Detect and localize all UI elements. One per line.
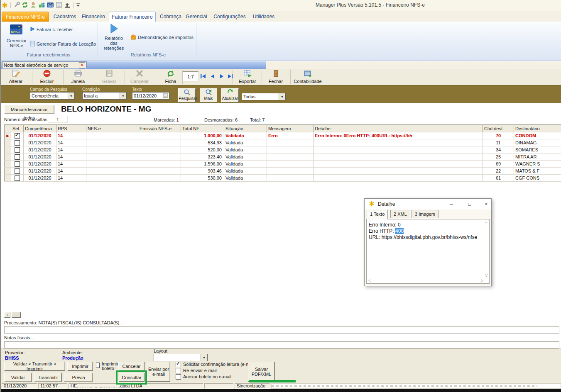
checkbox-icon[interactable] [176, 362, 181, 367]
row-checkbox[interactable] [15, 161, 20, 167]
column-header[interactable]: Sel. [11, 125, 24, 132]
row-checkbox[interactable] [15, 175, 20, 181]
tab-financeiro-nfse[interactable]: Financeiro NFS-e [2, 12, 49, 22]
cancelar-button[interactable]: Cancelar [127, 70, 152, 84]
row-checkbox[interactable] [15, 168, 20, 174]
calculator-icon[interactable] [56, 2, 62, 9]
column-header[interactable]: Emissão NFS-e [138, 125, 181, 132]
tab-xml[interactable]: 2 XML [390, 210, 410, 218]
pesquisar-button[interactable]: Pesquisar [178, 88, 196, 102]
reenviar-checkbox[interactable]: Re-enviar e-mail [176, 368, 217, 373]
salvar-pdf-xml-button[interactable]: Salvar PDF/XML [248, 362, 275, 382]
table-row[interactable]: 01/12/202014903,46Validada22MATOS & F [5, 168, 561, 175]
column-header[interactable]: Destinatário [514, 125, 561, 132]
validar-button[interactable]: Validar [4, 373, 32, 382]
numero-consultas-input[interactable]: 1 [48, 116, 68, 123]
table-row[interactable]: 01/12/202014520,00Validada34SOMARES [5, 146, 561, 153]
mais-button[interactable]: Mais [200, 88, 217, 102]
transmitir-button[interactable]: Transmitir [34, 373, 62, 382]
table-row[interactable]: 01/12/202014530,00Validada61CGF CONS [5, 175, 561, 182]
table-row[interactable]: 01/12/202014534,93Validada11DINAMAG [5, 139, 561, 146]
column-header[interactable]: Total NF [181, 125, 224, 132]
tab-financeiro[interactable]: Financeiro [81, 12, 106, 22]
tab-faturar-financeiro[interactable]: Faturar Financeiro [109, 12, 156, 22]
table-row[interactable]: 01/12/202014323,40Validada25MITRA AR [5, 153, 561, 161]
demonstracao-impostos-button[interactable]: Demonstração de impostos [130, 34, 194, 41]
chevron-down-icon[interactable]: ▼ [68, 93, 74, 99]
checkbox-icon[interactable] [176, 374, 181, 380]
filtro-select[interactable]: Todas ▼ [242, 93, 286, 100]
chevron-down-icon[interactable]: ▼ [279, 93, 285, 100]
document-tab[interactable]: Nota fiscal eletrônica de serviço × [2, 61, 87, 68]
enviar-email-button[interactable]: Enviar por e-mail [147, 362, 170, 382]
scrollbar-thumb[interactable] [12, 312, 21, 318]
gerenciar-nfse-button[interactable]: NFS-e Gerenciar NFS-e [5, 23, 28, 48]
excluir-button[interactable]: Excluir [34, 70, 60, 84]
tab-utilidades[interactable]: Utilidades [251, 12, 277, 22]
tab-configuracoes[interactable]: Configurações [213, 12, 247, 22]
scroll-left-arrow[interactable]: ‹ [4, 312, 10, 318]
minimize-button[interactable]: – [448, 200, 455, 208]
row-checkbox[interactable] [15, 140, 20, 146]
calendar-icon[interactable]: 15 [163, 93, 168, 99]
refresh-icon[interactable] [22, 2, 28, 9]
first-record-button[interactable] [200, 73, 207, 79]
column-header[interactable]: Competência [24, 125, 56, 132]
previous-record-button[interactable] [209, 73, 216, 79]
row-checkbox[interactable] [15, 147, 20, 153]
condicao-select[interactable]: Igual a ▼ [82, 92, 127, 100]
campo-pesquisa-select[interactable]: Competência ▼ [30, 92, 75, 100]
column-header[interactable]: RPS [56, 125, 86, 132]
ficha-button[interactable]: Ficha [158, 70, 184, 84]
confirmacao-checkbox[interactable]: Solicitar confirmação leitura (e-mail) [176, 362, 256, 367]
table-row[interactable]: 01/12/2020141.596,00Validada69WAGNER S [5, 161, 561, 168]
consultar-button[interactable]: Consultar [119, 373, 145, 382]
validar-transmitir-imprimir-button[interactable]: Validar > Transmitir > Imprimir [4, 362, 65, 371]
fechar-button[interactable]: Fechar [264, 70, 288, 84]
marcar-desmarcar-button[interactable]: Marcar/desmarcar todos [4, 105, 54, 114]
next-record-button[interactable] [218, 73, 225, 79]
nfse-icon[interactable]: NFS [47, 2, 54, 9]
atualizar-button[interactable]: Atualizar [221, 88, 239, 102]
tab-gerencial[interactable]: Gerencial [185, 12, 208, 22]
tab-imagem[interactable]: 3 Imagem [412, 210, 439, 218]
exportar-button[interactable]: Exportar [235, 70, 260, 84]
grid-horizontal-scrollbar[interactable]: ‹ [4, 312, 21, 318]
scroll-right-icon[interactable]: > [481, 278, 483, 283]
maximize-button[interactable]: □ [466, 200, 473, 208]
report-people-icon[interactable] [38, 2, 45, 9]
relatorio-retencoes-button[interactable]: Relatório das retenções [100, 23, 127, 51]
alterar-button[interactable]: Alterar [3, 70, 29, 84]
anexar-checkbox[interactable]: Anexar boleto no e-mail [176, 374, 231, 380]
close-button[interactable]: × [483, 200, 490, 208]
gravar-button[interactable]: Gravar [96, 70, 122, 84]
gerenciar-fatura-button[interactable]: Gerenciar Fatura de Locação [30, 41, 96, 47]
contabilidade-button[interactable]: Contabilidade [292, 70, 323, 84]
chevron-down-icon[interactable]: ▼ [201, 354, 207, 361]
layout-select[interactable]: ▼ [154, 354, 208, 361]
previa-button[interactable]: Prévia [64, 373, 93, 382]
column-header[interactable]: Mensagem [267, 125, 314, 132]
imprimir-button[interactable]: Imprimir [67, 362, 93, 371]
row-checkbox[interactable] [15, 133, 20, 139]
imprimir-boleto-checkbox[interactable]: Imprimir boleto [96, 362, 121, 371]
user-icon[interactable] [30, 2, 37, 9]
tab-texto[interactable]: 1 Texto [367, 210, 388, 219]
texto-date-input[interactable]: 01/12/2020 15 [132, 92, 169, 100]
column-header[interactable]: Cód.dest. [483, 125, 514, 132]
row-checkbox[interactable] [15, 154, 20, 160]
table-row[interactable]: ▶01/12/2020141.000,00ValidadaErroErro In… [5, 132, 561, 139]
column-header[interactable]: Situação [224, 125, 267, 132]
close-tab-icon[interactable]: × [79, 62, 85, 68]
detail-text-area[interactable]: Erro Interno: 0 Erro HTTP: 400 URL: http… [366, 219, 490, 284]
chevron-down-icon[interactable]: ▼ [120, 93, 126, 99]
wrench-icon[interactable] [13, 2, 20, 9]
cancelar-envio-button[interactable]: Cancelar [118, 362, 145, 371]
column-header[interactable]: Detalhe [314, 125, 483, 132]
tab-cadastros[interactable]: Cadastros [51, 12, 78, 22]
scroll-up-icon[interactable]: ⌃ [484, 221, 488, 226]
checkbox-icon[interactable] [96, 363, 100, 368]
janela-button[interactable]: Janela [65, 70, 91, 84]
scroll-left-icon[interactable]: < [368, 278, 371, 283]
column-header[interactable]: NFS-e [86, 125, 138, 132]
